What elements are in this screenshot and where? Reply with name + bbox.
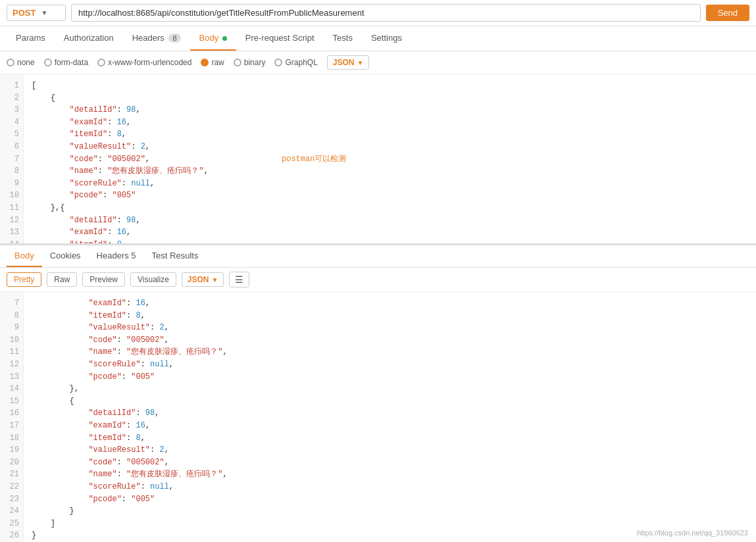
req-line-5: "itemId": 8, — [32, 128, 748, 141]
format-raw[interactable]: raw — [201, 58, 224, 67]
req-line-3: "detailId": 98, — [32, 104, 748, 116]
resp-line-9: "valueResult": 2, — [32, 322, 748, 334]
headers-badge: 8 — [168, 34, 180, 43]
json-format-chevron-icon: ▼ — [357, 59, 364, 66]
resp-tab-headers[interactable]: Headers 5 — [89, 245, 144, 267]
top-bar: POST ▼ Send — [0, 0, 756, 26]
json-format-label: JSON — [333, 58, 355, 67]
req-line-13: "examId": 16, — [32, 226, 748, 239]
resp-tab-testresults[interactable]: Test Results — [144, 245, 207, 267]
req-line-9: "scoreRule": null, — [32, 178, 748, 190]
format-raw-label: raw — [211, 58, 224, 67]
tab-prerequest[interactable]: Pre-request Script — [236, 26, 324, 51]
req-line-1: [ — [32, 80, 748, 92]
req-line-11: },{ — [32, 202, 748, 214]
resp-line-19: "valueResult": 2, — [32, 444, 748, 456]
request-line-numbers: 12345678910111213141516 — [0, 74, 24, 243]
response-line-numbers: 7891011121314151617181920212223242526 — [0, 292, 24, 542]
resp-visualize-btn[interactable]: Visualize — [130, 272, 176, 287]
format-binary-label: binary — [244, 58, 266, 67]
tab-authorization[interactable]: Authorization — [55, 26, 123, 51]
tab-body[interactable]: Body — [190, 26, 236, 51]
request-code-area[interactable]: [ { "detailId": 98, "examId": 16, "itemI… — [24, 74, 756, 243]
body-format-select[interactable]: JSON ▼ — [327, 55, 370, 70]
resp-line-13: "pcode": "005" — [32, 371, 748, 383]
response-code-area[interactable]: 7891011121314151617181920212223242526 "e… — [0, 292, 756, 542]
resp-json-label: JSON — [188, 275, 209, 284]
format-graphql-label: GraphQL — [285, 58, 317, 67]
response-area: Body Cookies Headers 5 Test Results Pret… — [0, 245, 756, 542]
request-tabs-row: Params Authorization Headers 8 Body Pre-… — [0, 26, 756, 51]
format-formdata-label: form-data — [55, 58, 88, 67]
resp-tab-body[interactable]: Body — [7, 245, 42, 267]
resp-wrap-btn[interactable]: ☰ — [229, 272, 249, 287]
format-none[interactable]: none — [7, 58, 35, 67]
resp-line-21: "name": "您有皮肤湿疹、疮疖吗？", — [32, 468, 748, 481]
resp-line-16: "detailId": 98, — [32, 407, 748, 420]
resp-line-11: "name": "您有皮肤湿疹、疮疖吗？", — [32, 346, 748, 358]
response-format-row: Pretty Raw Preview Visualize JSON ▼ ☰ — [0, 268, 756, 292]
format-none-label: none — [17, 58, 35, 67]
tab-tests[interactable]: Tests — [324, 26, 362, 51]
resp-line-25: ] — [32, 518, 748, 530]
radio-formdata-icon — [44, 59, 52, 66]
resp-line-17: "examId": 16, — [32, 420, 748, 432]
body-format-row: none form-data x-www-form-urlencoded raw… — [0, 51, 756, 74]
radio-binary-icon — [234, 59, 241, 66]
tab-headers[interactable]: Headers 8 — [123, 26, 190, 51]
watermark: https://blog.csdn.net/qq_31960623 — [637, 529, 748, 537]
annotation-text: postman可以检测 — [282, 153, 346, 166]
radio-none-icon — [7, 59, 14, 66]
send-button[interactable]: Send — [706, 5, 749, 21]
request-editor: 12345678910111213141516 [ { "detailId": … — [0, 74, 756, 245]
resp-tab-cookies[interactable]: Cookies — [42, 245, 89, 267]
radio-urlencoded-icon — [97, 59, 105, 66]
req-line-6: "valueResult": 2, — [32, 141, 748, 153]
resp-line-14: }, — [32, 383, 748, 395]
resp-line-10: "code": "005002", — [32, 334, 748, 347]
req-line-4: "examId": 16, — [32, 116, 748, 129]
resp-raw-btn[interactable]: Raw — [47, 272, 77, 287]
tab-settings[interactable]: Settings — [362, 26, 411, 51]
req-line-2: { — [32, 92, 748, 105]
resp-headers-badge: 5 — [131, 251, 136, 260]
resp-line-8: "itemId": 8, — [32, 310, 748, 322]
req-line-14: "itemId": 8, — [32, 239, 748, 243]
format-formdata[interactable]: form-data — [44, 58, 88, 67]
resp-line-15: { — [32, 395, 748, 408]
resp-line-24: } — [32, 505, 748, 518]
resp-line-22: "scoreRule": null, — [32, 481, 748, 493]
resp-line-23: "pcode": "005" — [32, 493, 748, 506]
response-tabs-row: Body Cookies Headers 5 Test Results — [0, 245, 756, 268]
tab-params[interactable]: Params — [7, 26, 55, 51]
resp-format-select[interactable]: JSON ▼ — [182, 272, 224, 287]
req-line-12: "detailId": 98, — [32, 214, 748, 227]
resp-pretty-btn[interactable]: Pretty — [7, 272, 41, 287]
method-arrow-icon: ▼ — [41, 9, 47, 16]
resp-line-20: "code": "005002", — [32, 456, 748, 469]
response-lines: "examId": 16, "itemId": 8, "valueResult"… — [24, 292, 756, 542]
format-urlencoded[interactable]: x-www-form-urlencoded — [97, 58, 191, 67]
format-urlencoded-label: x-www-form-urlencoded — [108, 58, 191, 67]
radio-graphql-icon — [274, 59, 282, 66]
format-binary[interactable]: binary — [234, 58, 266, 67]
req-line-7: "code": "005002", postman可以检测 — [32, 153, 748, 166]
req-line-8: "name": "您有皮肤湿疹、疮疖吗？", — [32, 165, 748, 178]
resp-line-12: "scoreRule": null, — [32, 358, 748, 371]
body-active-dot — [222, 36, 227, 41]
resp-line-18: "itemId": 8, — [32, 432, 748, 445]
resp-line-7: "examId": 16, — [32, 297, 748, 310]
radio-raw-icon — [201, 59, 209, 66]
app-container: POST ▼ Send Params Authorization Headers… — [0, 0, 756, 542]
resp-json-chevron-icon: ▼ — [212, 276, 218, 283]
method-label: POST — [13, 8, 36, 18]
method-select[interactable]: POST ▼ — [7, 5, 66, 21]
format-graphql[interactable]: GraphQL — [274, 58, 317, 67]
url-input[interactable] — [71, 4, 701, 22]
resp-preview-btn[interactable]: Preview — [82, 272, 125, 287]
req-line-10: "pcode": "005" — [32, 189, 748, 202]
